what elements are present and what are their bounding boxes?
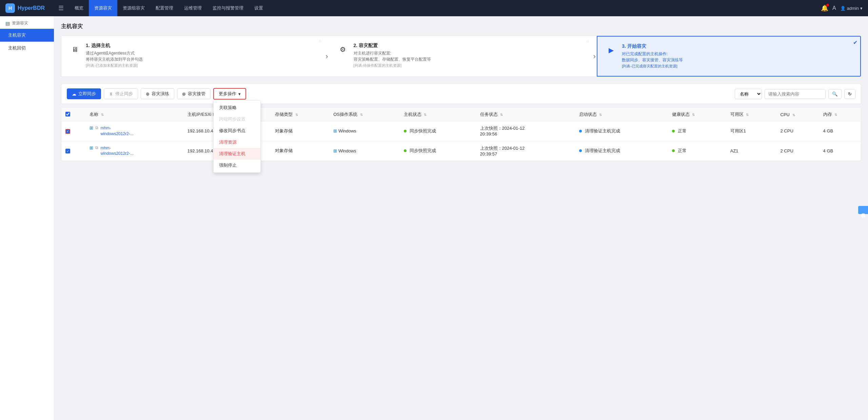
navbar-item-config-mgmt[interactable]: 配置管理 [150, 0, 179, 16]
row2-name-link2[interactable]: windows2012r2-... [100, 151, 133, 156]
os-sort-icon[interactable]: ⇅ [360, 113, 363, 117]
navbar-item-monitor-alarm[interactable]: 监控与报警管理 [207, 0, 249, 16]
row1-host-status: 同步快照完成 [410, 128, 436, 133]
step-1-desc: 通过Agent或Agentless方式将待容灾主机添加到平台并勾选 [列表-已添… [86, 50, 317, 68]
notification-dot [826, 4, 829, 6]
search-input[interactable] [765, 89, 826, 99]
sync-now-button[interactable]: ☁ 立即同步 [67, 88, 101, 99]
boot-status-sort-icon[interactable]: ⇅ [599, 113, 602, 117]
step-2-radio: ○ [587, 39, 589, 44]
row1-os-cell: ⊞ Windows [329, 121, 400, 141]
row2-task-status-cell: 上次快照：2024-01-12 20:39:57 [476, 141, 575, 161]
steps-container: 🖥 1. 选择主机 通过Agent或Agentless方式将待容灾主机添加到平台… [61, 36, 861, 77]
step-3-title: 3. 开始容灾 [622, 43, 853, 49]
row2-health-cell: 正常 [668, 141, 726, 161]
row2-host-status: 同步快照完成 [410, 148, 436, 153]
health-sort-icon[interactable]: ⇅ [692, 113, 695, 117]
more-actions-button[interactable]: 更多操作 ▾ [213, 88, 246, 100]
step-3-icon: ▶ [604, 43, 618, 57]
row2-name-cell: ⊞ ⧉ mhm- windows2012r2-... [85, 141, 183, 161]
navbar-item-ops-mgmt[interactable]: 运维管理 [179, 0, 207, 16]
navbar-item-resource-disaster[interactable]: 资源容灾 [89, 0, 117, 16]
refresh-button[interactable]: ↻ [844, 89, 855, 99]
row2-name-link[interactable]: mhm- [100, 145, 133, 151]
username-label: admin [847, 6, 859, 11]
row1-host-status-dot [404, 130, 407, 132]
sidebar-item-host-failback[interactable]: 主机回切 [0, 42, 54, 55]
sidebar: ▤ 资源容灾 主机容灾 主机回切 [0, 16, 54, 420]
stop-sync-button[interactable]: ⏸ 停止同步 [104, 88, 138, 99]
step-1-content: 1. 选择主机 通过Agent或Agentless方式将待容灾主机添加到平台并勾… [86, 43, 317, 68]
row2-checkbox[interactable] [65, 149, 70, 153]
dropdown-force-stop[interactable]: 强制停止 [214, 160, 260, 171]
notification-bell[interactable]: 🔔 [821, 4, 828, 12]
row1-name-link2[interactable]: windows2012r2-... [100, 131, 133, 137]
row1-checkbox[interactable] [65, 129, 70, 134]
drill-button[interactable]: ⊕ 容灾演练 [141, 88, 174, 99]
table-header: 名称 ⇅ 主机IP/ESXi IP ⇅ 存储类型 ⇅ OS操作系统 [61, 108, 861, 121]
row1-windows-icon: ⊞ [333, 128, 337, 133]
content-area: 主机容灾 🖥 1. 选择主机 通过Agent或Agentless方式将待容灾主机… [54, 16, 868, 420]
th-storage: 存储类型 ⇅ [271, 108, 329, 121]
navbar-right: 🔔 A 👤 admin ▾ [821, 4, 863, 12]
sidebar-item-host-disaster[interactable]: 主机容灾 [0, 29, 54, 42]
user-icon: A [832, 5, 836, 11]
th-os: OS操作系统 ⇅ [329, 108, 400, 121]
dropdown-clear-validate-host[interactable]: 清理验证主机 [214, 148, 260, 160]
row2-storage-cell: 对象存储 [271, 141, 329, 161]
memory-sort-icon[interactable]: ⇅ [834, 113, 837, 117]
step-1-title: 1. 选择主机 [86, 43, 317, 49]
step-3-card[interactable]: ▶ 3. 开始容灾 对已完成配置的主机操作:数据同步、容灾接管、容灾演练等 [列… [597, 36, 861, 77]
row2-os-label: Windows [338, 148, 356, 153]
navbar-item-overview[interactable]: 概览 [69, 0, 89, 16]
row2-host-status-cell: 同步快照完成 [400, 141, 476, 161]
takeover-icon: ⊕ [182, 91, 186, 97]
dropdown-link-strategy[interactable]: 关联策略 [214, 102, 260, 113]
row1-name-link[interactable]: mhm- [100, 125, 133, 131]
name-sort-icon[interactable]: ⇅ [101, 113, 104, 117]
step-1-card[interactable]: 🖥 1. 选择主机 通过Agent或Agentless方式将待容灾主机添加到平台… [61, 36, 324, 77]
step-2-card[interactable]: ⚙ 2. 容灾配置 对主机进行容灾配置:容灾策略配置、存储配置、恢复平台配置等 … [329, 36, 592, 77]
online-service-sidebar[interactable]: 在线客服 [858, 206, 868, 214]
navbar-item-settings[interactable]: 设置 [249, 0, 269, 16]
search-button[interactable]: 🔍 [828, 89, 842, 99]
navbar-items: 概览 资源容灾 资源组容灾 配置管理 运维管理 监控与报警管理 设置 [69, 0, 818, 16]
row1-task-status-cell: 上次快照：2024-01-12 20:39:56 [476, 121, 575, 141]
stop-sync-icon: ⏸ [109, 91, 113, 97]
navbar-item-resource-group[interactable]: 资源组容灾 [117, 0, 150, 16]
task-status-sort-icon[interactable]: ⇅ [500, 113, 503, 117]
th-health-status: 健康状态 ⇅ [668, 108, 726, 121]
th-task-status: 任务状态 ⇅ [476, 108, 575, 121]
row1-cpu-cell: 2 CPU [776, 121, 819, 141]
host-status-sort-icon[interactable]: ⇅ [424, 113, 427, 117]
row1-health-dot [672, 130, 675, 132]
step-3-content: 3. 开始容灾 对已完成配置的主机操作:数据同步、容灾接管、容灾演练等 [列表-… [622, 43, 853, 69]
row2-windows-icon: ⊞ [333, 148, 337, 153]
row2-os-icon: ⊞ [90, 145, 93, 150]
row1-task-time: 20:39:56 [480, 131, 571, 136]
zone-sort-icon[interactable]: ⇅ [746, 113, 749, 117]
user-menu[interactable]: 👤 admin ▾ [840, 6, 863, 11]
step-1-sub: [列表-已添加未配置的主机资源] [86, 63, 138, 67]
select-all-checkbox[interactable] [65, 112, 70, 117]
search-select[interactable]: 名称 [735, 89, 762, 99]
storage-sort-icon[interactable]: ⇅ [295, 113, 298, 117]
dropdown-clear-resources[interactable]: 清理资源 [214, 136, 260, 148]
toolbar: ☁ 立即同步 ⏸ 停止同步 ⊕ 容灾演练 ⊕ 容灾接管 更多操作 ▾ [61, 84, 861, 104]
th-zone: 可用区 ⇅ [726, 108, 776, 121]
th-name: 名称 ⇅ [85, 108, 183, 121]
table-row: ⊞ ⧉ mhm- windows2012r2-... 192.168.10.4(… [61, 121, 861, 141]
step-2-content: 2. 容灾配置 对主机进行容灾配置:容灾策略配置、存储配置、恢复平台配置等 [列… [354, 43, 585, 68]
row2-zone: AZ1 [730, 148, 738, 153]
menu-toggle-icon[interactable]: ☰ [56, 3, 66, 13]
step-3-desc: 对已完成配置的主机操作:数据同步、容灾接管、容灾演练等 [列表-已完成容灾配置的… [622, 51, 853, 69]
row2-health-dot [672, 149, 675, 152]
dropdown-modify-sync[interactable]: 修改同步书点 [214, 125, 260, 136]
cpu-sort-icon[interactable]: ⇅ [792, 113, 795, 117]
row1-boot-status-cell: 清理验证主机完成 [575, 121, 668, 141]
row2-os-cell: ⊞ Windows [329, 141, 400, 161]
takeover-button[interactable]: ⊕ 容灾接管 [177, 88, 211, 99]
row2-memory: 4 GB [823, 148, 833, 153]
sidebar-section-title: ▤ 资源容灾 [0, 16, 54, 29]
more-actions-arrow-icon: ▾ [238, 91, 241, 97]
